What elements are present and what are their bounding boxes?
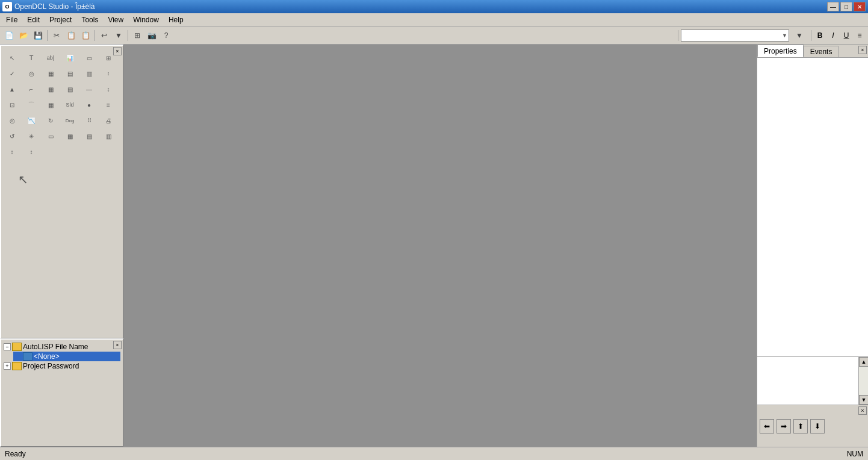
action-panel-close-button[interactable]: × [858, 406, 867, 415]
cut-button[interactable]: ✂ [50, 29, 63, 42]
file-icon-none [23, 352, 33, 361]
help-button[interactable]: ? [160, 29, 173, 42]
action-down-button[interactable]: ⬇ [810, 419, 825, 434]
tool-print[interactable]: 🖨 [100, 113, 117, 128]
save-button[interactable]: 💾 [31, 29, 45, 42]
tool-table2[interactable]: ▤ [61, 82, 78, 96]
undo-dropdown[interactable]: ▼ [112, 29, 125, 42]
open-button[interactable]: 📂 [17, 29, 30, 42]
align-button[interactable]: ≡ [854, 30, 866, 42]
tool-editbox[interactable]: ab| [42, 51, 59, 65]
properties-tabs: Properties Events × [757, 45, 868, 58]
main-area: × ↖ T ab| 📊 ▭ ⊞ ✓ ◎ ▦ ▤ ▥ ↕ ▲ ⌐ ▦ ▤ — ↕ [0, 45, 868, 447]
new-button[interactable]: 📄 [2, 29, 16, 42]
tool-rotate[interactable]: ↻ [42, 113, 59, 128]
tool-up[interactable]: ↕ [100, 66, 117, 81]
right-panel: Properties Events × ▲ ▼ × ⬅ ➡ ⬆ ⬇ [757, 45, 868, 447]
tool-updown[interactable]: ↕ [4, 145, 20, 159]
tool-grid4[interactable]: ▥ [81, 66, 98, 81]
view1-button[interactable]: ⊞ [131, 29, 144, 42]
bold-button[interactable]: B [814, 30, 826, 42]
tool-radio[interactable]: ◎ [23, 66, 40, 81]
expand-password[interactable]: + [4, 362, 11, 370]
app-icon: O [2, 2, 12, 11]
tool-corner[interactable]: ⌐ [23, 82, 40, 96]
expand-autolisp[interactable]: − [4, 343, 11, 350]
scroll-track[interactable] [859, 367, 868, 395]
toolbar-separator-r1 [678, 30, 678, 41]
font-dropdown[interactable]: ▼ [681, 30, 789, 42]
toolbar-separator-r2 [811, 30, 811, 41]
tool-star[interactable]: ✳ [23, 129, 40, 143]
tab-events[interactable]: Events [804, 46, 839, 57]
tool-ball[interactable]: ● [81, 98, 98, 112]
tool-image[interactable]: ▲ [4, 82, 20, 96]
tool-chart1[interactable]: 📊 [61, 51, 78, 65]
properties-panel-close-button[interactable]: × [858, 46, 867, 54]
tool-splitter[interactable]: ≡ [100, 98, 117, 112]
menu-project[interactable]: Project [45, 14, 76, 25]
title-bar-left: O OpenDCL Studio - Îp±èlà [2, 2, 95, 11]
menu-window[interactable]: Window [128, 14, 164, 25]
tool-graph[interactable]: 📉 [23, 113, 40, 128]
tree-item-none[interactable]: <None> [13, 352, 120, 361]
tool-grid7[interactable]: ▥ [100, 129, 117, 143]
menu-file[interactable]: File [1, 14, 22, 25]
tool-table1[interactable]: ▦ [42, 82, 59, 96]
view2-button[interactable]: 📷 [145, 29, 158, 42]
menu-tools[interactable]: Tools [76, 14, 103, 25]
tree-item-autolisp[interactable]: − AutoLISP File Name [4, 342, 120, 352]
tool-arc[interactable]: ⌒ [23, 98, 40, 112]
scrollbar-vertical[interactable]: ▲ ▼ [858, 357, 868, 405]
menu-edit[interactable]: Edit [22, 14, 45, 25]
tool-dog[interactable]: Dog [61, 113, 78, 128]
tool-slider2[interactable]: Sld [61, 98, 78, 112]
scroll-up-button[interactable]: ▲ [859, 357, 868, 367]
tool-line[interactable]: — [81, 82, 98, 96]
paste-button[interactable]: 📋 [79, 29, 92, 42]
close-button[interactable]: ✕ [854, 2, 866, 11]
action-left-button[interactable]: ⬅ [760, 419, 774, 434]
tool-grid5[interactable]: ▦ [61, 129, 78, 143]
tool-rect[interactable]: ▭ [81, 51, 98, 65]
tool-grid6[interactable]: ▤ [81, 129, 98, 143]
tool-grid2[interactable]: ▦ [42, 66, 59, 81]
tool-slider1[interactable]: ↕ [100, 82, 117, 96]
folder-icon-autolisp [12, 343, 22, 351]
minimize-button[interactable]: — [827, 2, 839, 11]
menu-view[interactable]: View [103, 14, 128, 25]
tool-frame[interactable]: ⊡ [4, 98, 20, 112]
tool-dots[interactable]: ⠿ [81, 113, 98, 128]
tool-table3[interactable]: ▦ [42, 98, 59, 112]
tool-pointer[interactable]: ↖ [4, 51, 20, 65]
tool-grid3[interactable]: ▤ [61, 66, 78, 81]
status-num: NUM [847, 450, 863, 458]
tree-item-password[interactable]: + Project Password [4, 361, 120, 371]
undo-button[interactable]: ↩ [98, 29, 111, 42]
tool-updown2[interactable]: ↕ [23, 145, 40, 159]
tab-properties[interactable]: Properties [757, 45, 804, 57]
toolbar: 📄 📂 💾 ✂ 📋 📋 ↩ ▼ ⊞ 📷 ? ▼ ▼ B I U ≡ [0, 26, 868, 45]
tool-text[interactable]: T [23, 51, 40, 65]
font-size-dropdown[interactable]: ▼ [790, 29, 808, 42]
action-right-button[interactable]: ➡ [777, 419, 791, 434]
action-up-button[interactable]: ⬆ [793, 419, 808, 434]
project-panel-close-button[interactable]: × [113, 341, 122, 349]
underline-button[interactable]: U [840, 30, 852, 42]
bottom-panel: ▲ ▼ [757, 356, 868, 405]
italic-button[interactable]: I [827, 30, 839, 42]
scroll-down-button[interactable]: ▼ [859, 395, 868, 405]
tool-gauge[interactable]: ◎ [4, 113, 20, 128]
canvas-area[interactable] [123, 45, 757, 447]
toolbox-close-button[interactable]: × [113, 47, 122, 55]
tool-check[interactable]: ✓ [4, 66, 20, 81]
tool-refresh[interactable]: ↺ [4, 129, 20, 143]
copy-button[interactable]: 📋 [64, 29, 78, 42]
window-controls[interactable]: — □ ✕ [827, 2, 866, 11]
maximize-button[interactable]: □ [840, 2, 852, 11]
menu-help[interactable]: Help [164, 14, 188, 25]
status-text: Ready [5, 450, 26, 458]
tool-rect2[interactable]: ▭ [42, 129, 59, 143]
project-panel: × − AutoLISP File Name <None> [0, 338, 123, 447]
left-panel: × ↖ T ab| 📊 ▭ ⊞ ✓ ◎ ▦ ▤ ▥ ↕ ▲ ⌐ ▦ ▤ — ↕ [0, 45, 123, 447]
